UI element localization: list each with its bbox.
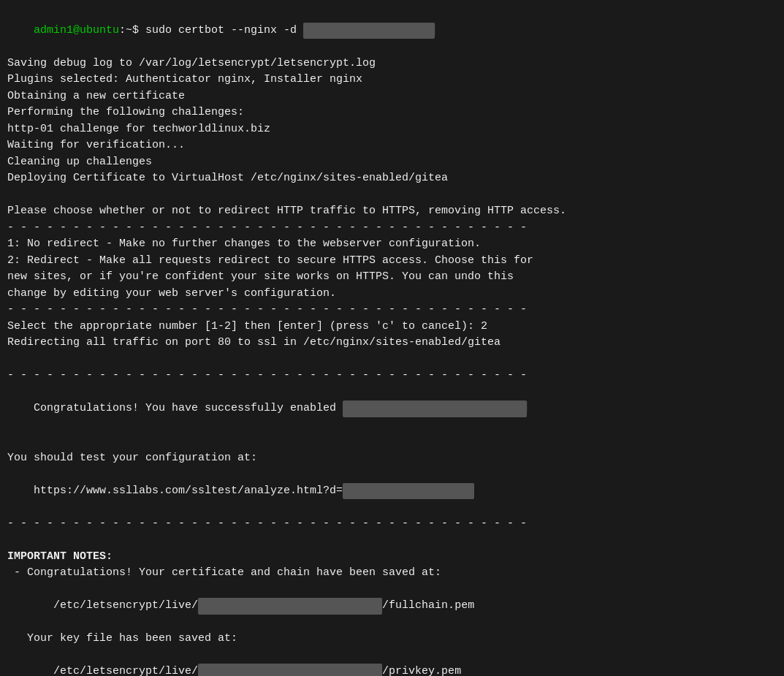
line-waiting: Waiting for verification... <box>7 137 777 154</box>
line-please: Please choose whether or not to redirect… <box>7 203 777 220</box>
line-congrats2: - Congratulations! Your certificate and … <box>7 565 777 582</box>
privkey-path-text: /etc/letsencrypt/live/ <box>34 665 198 676</box>
redacted-domain-ssllabs: ████████████████████ <box>343 483 474 500</box>
line-key-saved: Your key file has been saved at: <box>7 631 777 647</box>
ssllabs-text: https://www.ssllabs.com/ssltest/analyze.… <box>34 485 343 497</box>
line-redirecting: Redirecting all traffic on port 80 to ss… <box>7 335 777 352</box>
prompt-command: sudo certbot --nginx -d <box>139 24 303 37</box>
blank-line-4 <box>7 532 777 549</box>
prompt-path: :~$ <box>119 24 139 37</box>
line-cleaning: Cleaning up challenges <box>7 154 777 171</box>
line-obtaining: Obtaining a new certificate <box>7 88 777 105</box>
redacted-domain-prompt: ████████████████████ <box>303 23 435 39</box>
prompt-line: admin1@ubuntu:~$ sudo certbot --nginx -d… <box>7 6 777 56</box>
redacted-domain-privkey: ████████████████████████████ <box>198 664 382 676</box>
privkey-text: /privkey.pem <box>382 665 461 676</box>
line-deploying: Deploying Certificate to VirtualHost /et… <box>7 170 777 187</box>
blank-line-3 <box>7 433 777 450</box>
terminal-window: admin1@ubuntu:~$ sudo certbot --nginx -d… <box>7 6 777 676</box>
separator-3: - - - - - - - - - - - - - - - - - - - - … <box>7 368 777 384</box>
line-change: change by editing your web server's conf… <box>7 286 777 303</box>
line-select: Select the appropriate number [1-2] then… <box>7 319 777 335</box>
fullchain-text: /fullchain.pem <box>382 599 474 612</box>
line-no-redirect: 1: No redirect - Make no further changes… <box>7 236 777 253</box>
separator-1: - - - - - - - - - - - - - - - - - - - - … <box>7 220 777 237</box>
redacted-domain-letsencrypt: ████████████████████████████ <box>198 598 382 615</box>
line-should-test: You should test your configuration at: <box>7 450 777 467</box>
line-congrats1: Congratulations! You have successfully e… <box>7 384 777 434</box>
redacted-domain-congrats: ████████████████████████████ <box>343 400 527 417</box>
line-letsencrypt-path: /etc/letsencrypt/live/██████████████████… <box>7 582 777 631</box>
line-save-debug: Saving debug log to /var/log/letsencrypt… <box>7 56 777 72</box>
line-important: IMPORTANT NOTES: <box>7 549 777 566</box>
blank-line-1 <box>7 187 777 204</box>
line-new-sites: new sites, or if you're confident your s… <box>7 269 777 286</box>
line-plugins: Plugins selected: Authenticator nginx, I… <box>7 72 777 88</box>
line-privkey-path: /etc/letsencrypt/live/██████████████████… <box>7 647 777 677</box>
separator-2: - - - - - - - - - - - - - - - - - - - - … <box>7 302 777 319</box>
blank-line-2 <box>7 352 777 368</box>
line-performing: Performing the following challenges: <box>7 105 777 121</box>
congrats-text: Congratulations! You have successfully e… <box>34 402 343 414</box>
line-http01: http-01 challenge for techworldlinux.biz <box>7 121 777 138</box>
separator-4: - - - - - - - - - - - - - - - - - - - - … <box>7 516 777 533</box>
prompt-username: admin1@ubuntu <box>34 24 119 37</box>
line-redirect: 2: Redirect - Make all requests redirect… <box>7 253 777 270</box>
line-ssllabs: https://www.ssllabs.com/ssltest/analyze.… <box>7 466 777 516</box>
letsencrypt-path-text: /etc/letsencrypt/live/ <box>34 599 198 612</box>
